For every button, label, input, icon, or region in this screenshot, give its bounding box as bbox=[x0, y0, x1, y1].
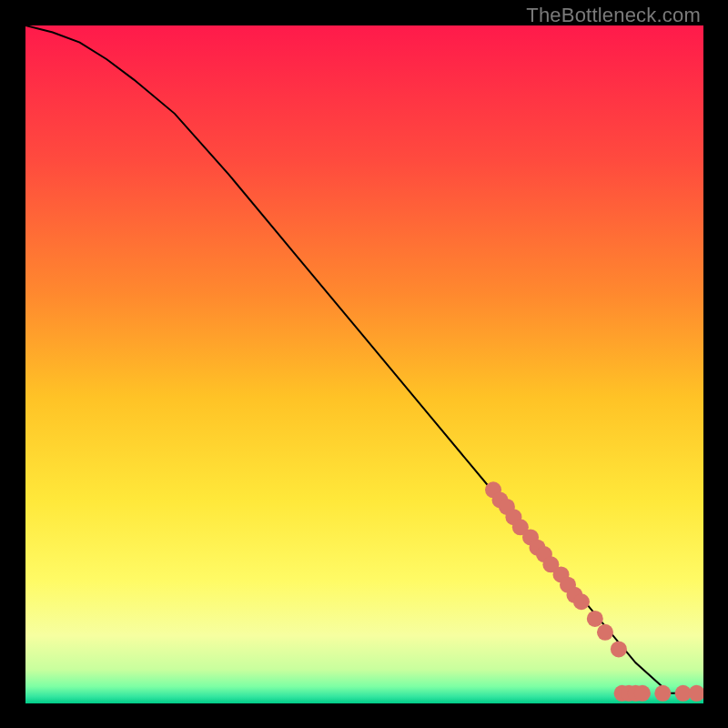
data-point bbox=[634, 685, 651, 702]
data-point bbox=[611, 641, 627, 657]
plot-background bbox=[25, 25, 703, 703]
data-point bbox=[587, 611, 603, 627]
chart-container: TheBottleneck.com bbox=[0, 0, 728, 728]
attribution-watermark: TheBottleneck.com bbox=[526, 4, 701, 27]
chart-plot bbox=[25, 25, 703, 703]
data-point bbox=[654, 685, 671, 702]
data-point bbox=[573, 593, 590, 610]
data-point bbox=[597, 624, 613, 641]
